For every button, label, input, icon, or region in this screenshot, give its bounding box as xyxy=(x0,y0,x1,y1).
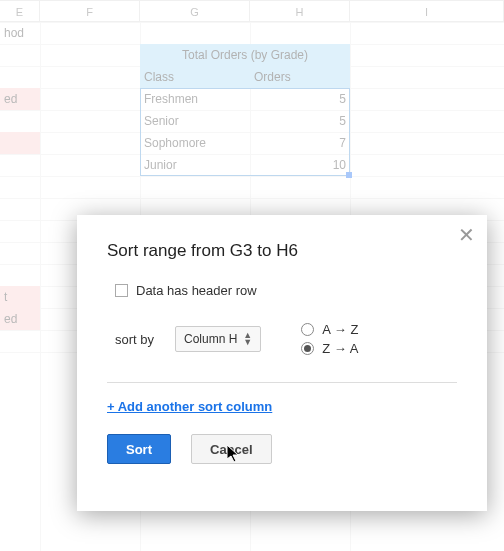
col-header-E[interactable]: E xyxy=(0,0,40,22)
radio-az-label: A → Z xyxy=(322,322,358,337)
sort-button[interactable]: Sort xyxy=(107,434,171,464)
selection-handle[interactable] xyxy=(346,172,352,178)
sort-by-label: sort by xyxy=(115,332,175,347)
cell-E13[interactable]: t xyxy=(0,286,40,308)
radio-az-row[interactable]: A → Z xyxy=(301,322,358,337)
col-header-F[interactable]: F xyxy=(40,0,140,22)
cancel-button-label: Cancel xyxy=(210,442,253,457)
radio-za[interactable] xyxy=(301,342,314,355)
radio-az[interactable] xyxy=(301,323,314,336)
col-header-H[interactable]: H xyxy=(250,0,350,22)
cell-header-class[interactable]: Class xyxy=(140,66,250,88)
radio-za-row[interactable]: Z → A xyxy=(301,341,358,356)
cell-title[interactable]: Total Orders (by Grade) xyxy=(140,44,350,66)
sort-column-dropdown[interactable]: Column H ▲▼ xyxy=(175,326,261,352)
selection-box xyxy=(140,88,350,176)
cell-E4[interactable]: ed xyxy=(0,88,40,110)
sort-column-value: Column H xyxy=(184,332,237,346)
sort-range-dialog: ✕ Sort range from G3 to H6 Data has head… xyxy=(77,215,487,511)
cell-E6[interactable] xyxy=(0,132,40,154)
dropdown-arrows-icon: ▲▼ xyxy=(243,332,252,346)
divider xyxy=(107,382,457,383)
close-icon[interactable]: ✕ xyxy=(458,225,475,245)
header-row-label: Data has header row xyxy=(136,283,257,298)
sort-button-label: Sort xyxy=(126,442,152,457)
add-sort-column-link[interactable]: + Add another sort column xyxy=(107,399,272,414)
cancel-button[interactable]: Cancel xyxy=(191,434,272,464)
cell-E1[interactable]: hod xyxy=(0,22,40,44)
col-header-G[interactable]: G xyxy=(140,0,250,22)
header-row-checkbox-row[interactable]: Data has header row xyxy=(115,283,457,298)
cell-header-orders[interactable]: Orders xyxy=(250,66,350,88)
cell-E14[interactable]: ed xyxy=(0,308,40,330)
header-row-checkbox[interactable] xyxy=(115,284,128,297)
col-header-I[interactable]: I xyxy=(350,0,504,22)
dialog-title: Sort range from G3 to H6 xyxy=(107,241,457,261)
radio-za-label: Z → A xyxy=(322,341,358,356)
